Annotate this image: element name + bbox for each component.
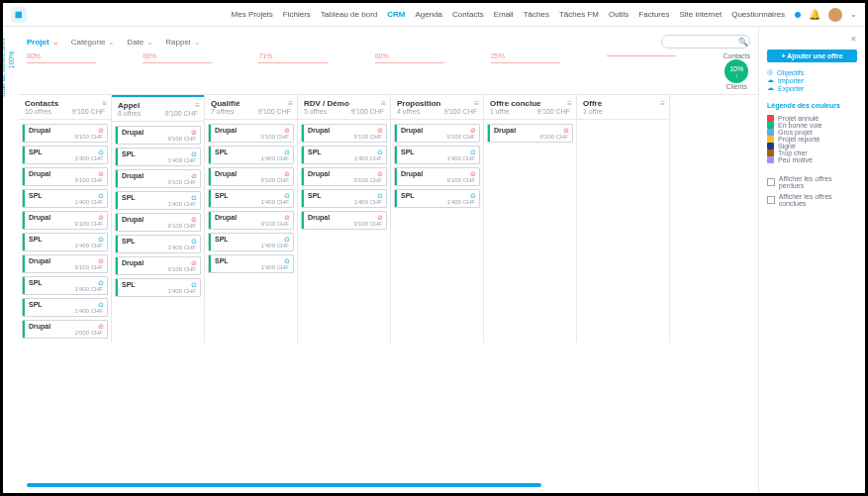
offer-card[interactable]: Drupal ⊘ 9'100 CHF (22, 254, 108, 273)
filter-rappel[interactable]: Rappel⌄ (165, 38, 200, 47)
nav-item-mes-projets[interactable]: Mes Projets (232, 10, 273, 19)
offer-card[interactable]: Drupal ⊘ 9'100 CHF (301, 124, 387, 143)
nav-item-email[interactable]: Email (494, 10, 514, 19)
clients-pct: 10% (729, 65, 743, 72)
left-gutter: 100% Taux de conversion (3, 27, 19, 493)
column-menu-icon[interactable]: ≡ (660, 99, 665, 108)
column-menu-icon[interactable]: ≡ (567, 99, 572, 108)
offer-card[interactable]: SPL ⊙ 1'400 CHF (394, 146, 480, 164)
chevron-down-icon[interactable]: ⌄ (850, 10, 857, 19)
filter-date[interactable]: Date⌄ (127, 38, 153, 47)
import-icon: ☁ (767, 76, 774, 84)
offer-card[interactable]: SPL ⊙ 1'400 CHF (208, 146, 294, 164)
offer-card[interactable]: Drupal ⊘ 9'100 CHF (22, 211, 108, 230)
offer-card[interactable]: Drupal ⊘ 9'100 CHF (208, 124, 294, 143)
card-status-icon: ⊙ (284, 257, 290, 265)
card-amount: 1'400 CHF (122, 288, 196, 294)
column-menu-icon[interactable]: ≡ (474, 99, 479, 108)
nav-item-tableau-de-bord[interactable]: Tableau de bord (321, 10, 377, 19)
offer-card[interactable]: Drupal ⊘ 9'100 CHF (115, 169, 201, 188)
stat-line (258, 62, 328, 63)
offer-card[interactable]: SPL ⊙ 1'400 CHF (115, 191, 201, 210)
sidebar-checkbox-row[interactable]: Afficher les offres conclues (767, 193, 857, 207)
column-menu-icon[interactable]: ≡ (102, 99, 107, 108)
card-status-stripe (116, 257, 118, 274)
user-avatar[interactable] (828, 8, 842, 22)
offer-card[interactable]: Drupal ⊘ 9'100 CHF (394, 167, 480, 186)
nav-item-questionnaires[interactable]: Questionnaires (731, 10, 785, 19)
card-status-stripe (209, 168, 211, 185)
nav-item-fichiers[interactable]: Fichiers (283, 10, 311, 19)
clients-label: Clients (726, 83, 747, 90)
offer-card[interactable]: SPL ⊙ 1'400 CHF (22, 233, 108, 251)
nav-item-factures[interactable]: Factures (638, 10, 669, 19)
sidebar-link-exporter[interactable]: ☁Exporter (767, 84, 857, 92)
nav-item-agenda[interactable]: Agenda (415, 10, 442, 19)
offer-card[interactable]: SPL ⊙ 1'400 CHF (301, 189, 387, 208)
nav-item-tâches-fm[interactable]: Tâches FM (559, 10, 599, 19)
search-input[interactable] (661, 35, 750, 49)
offer-card[interactable]: Drupal ⊘ 9'100 CHF (115, 213, 201, 232)
card-status-stripe (302, 212, 304, 229)
card-status-stripe (209, 147, 211, 163)
offer-card[interactable]: Drupal ⊘ 9'100 CHF (487, 124, 573, 143)
offer-card[interactable]: Drupal ⊘ 9'100 CHF (301, 211, 387, 230)
offer-card[interactable]: SPL ⊙ 1'400 CHF (22, 276, 108, 295)
offer-card[interactable]: SPL ⊙ 1'400 CHF (208, 189, 294, 208)
column-sum: 9'100 CHF (165, 110, 198, 117)
column-header: ≡ RDV / Démo 5 offres9'100 CHF (298, 95, 390, 120)
offer-card[interactable]: Drupal ⊘ 2'000 CHF (22, 320, 108, 339)
offer-card[interactable]: Drupal ⊘ 9'100 CHF (115, 256, 201, 275)
offer-card[interactable]: Drupal ⊘ 9'100 CHF (394, 124, 480, 143)
filter-projet[interactable]: Projet⌄ (27, 38, 59, 47)
sidebar-link-objectifs[interactable]: ◎Objectifs (767, 68, 857, 76)
kanban-scroll[interactable]: ≡ Contacts 10 offres9'100 CHF Drupal ⊘ 9… (19, 94, 758, 483)
card-status-stripe (395, 125, 397, 142)
checkbox[interactable] (767, 196, 775, 204)
offer-card[interactable]: SPL ⊙ 1'400 CHF (394, 189, 480, 208)
chevron-down-icon: ⌄ (52, 38, 59, 47)
sidebar-link-importer[interactable]: ☁Importer (767, 76, 857, 84)
card-amount: 1'400 CHF (215, 243, 289, 248)
nav-item-site-internet[interactable]: Site internet (679, 10, 722, 19)
offer-card[interactable]: SPL ⊙ 1'400 CHF (115, 278, 201, 297)
column-menu-icon[interactable]: ≡ (288, 99, 293, 108)
nav-item-outils[interactable]: Outils (609, 10, 628, 19)
nav-item-crm[interactable]: CRM (387, 10, 405, 19)
nav-item-contacts[interactable]: Contacts (452, 10, 484, 19)
nav-item-tâches[interactable]: Tâches (524, 10, 549, 19)
column-header: ≡ Qualifié 7 offres9'100 CHF (205, 95, 297, 120)
offer-card[interactable]: Drupal ⊘ 9'100 CHF (208, 167, 294, 186)
offer-card[interactable]: Drupal ⊘ 9'100 CHF (22, 124, 108, 143)
offer-card[interactable]: Drupal ⊘ 9'100 CHF (301, 167, 387, 186)
offer-card[interactable]: SPL ⊙ 1'400 CHF (22, 146, 108, 164)
offer-card[interactable]: SPL ⊙ 1'400 CHF (301, 146, 387, 164)
filter-catégorie[interactable]: Catégorie⌄ (71, 38, 116, 47)
column-sum: 9'100 CHF (258, 108, 291, 115)
offer-card[interactable]: SPL ⊙ 1'400 CHF (208, 254, 294, 273)
offer-card[interactable]: Drupal ⊘ 9'100 CHF (22, 167, 108, 186)
column-sum: 9'100 CHF (537, 108, 570, 115)
offer-card[interactable]: SPL ⊙ 1'400 CHF (22, 298, 108, 317)
checkbox[interactable] (767, 178, 775, 186)
column-sum: 9'100 CHF (351, 108, 384, 115)
offer-card[interactable]: SPL ⊙ 1'400 CHF (115, 235, 201, 253)
offer-card[interactable]: SPL ⊙ 1'400 CHF (208, 233, 294, 251)
card-title: SPL (29, 236, 103, 243)
card-amount: 1'400 CHF (29, 199, 103, 205)
right-sidebar: ✕ + Ajouter une offre ◎Objectifs☁Importe… (758, 27, 865, 493)
app-logo[interactable]: ▦ (11, 7, 27, 23)
offer-card[interactable]: SPL ⊙ 1'400 CHF (115, 148, 201, 166)
notifications-badge[interactable] (795, 12, 801, 18)
offer-card[interactable]: SPL ⊙ 1'400 CHF (22, 189, 108, 208)
add-offer-button[interactable]: + Ajouter une offre (767, 50, 857, 62)
card-status-icon: ⊘ (191, 216, 197, 224)
offer-card[interactable]: Drupal ⊘ 9'100 CHF (208, 211, 294, 230)
close-icon[interactable]: ✕ (767, 35, 857, 44)
column-menu-icon[interactable]: ≡ (381, 99, 386, 108)
bell-icon[interactable]: 🔔 (809, 9, 820, 20)
horizontal-scrollbar[interactable] (27, 483, 541, 487)
column-menu-icon[interactable]: ≡ (195, 101, 200, 110)
sidebar-checkbox-row[interactable]: Afficher les offres perdues (767, 175, 857, 189)
offer-card[interactable]: Drupal ⊘ 9'100 CHF (115, 126, 201, 145)
